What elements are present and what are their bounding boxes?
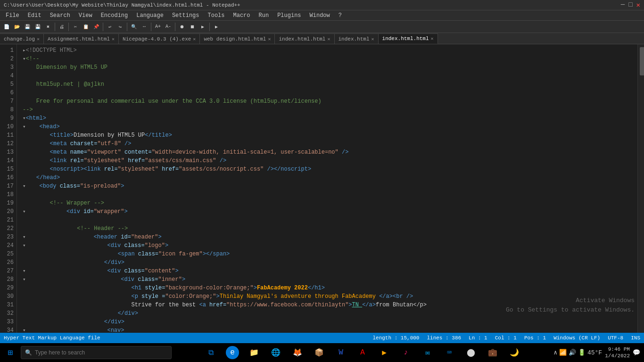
- tab-changelog[interactable]: change.log ✕: [0, 33, 44, 44]
- taskbar-app9[interactable]: ♪: [396, 343, 416, 362]
- menu-settings[interactable]: Settings: [168, 11, 203, 20]
- toolbar-save[interactable]: 💾: [23, 22, 32, 32]
- taskbar-word[interactable]: W: [330, 343, 351, 362]
- toolbar-redo[interactable]: ↪: [116, 22, 125, 32]
- toolbar-copy[interactable]: 📋: [81, 22, 91, 32]
- fold-28[interactable]: ▾: [23, 275, 26, 284]
- menu-language[interactable]: Language: [132, 11, 167, 20]
- system-clock[interactable]: 9:46 PM 1/4/2022: [605, 346, 630, 359]
- taskbar-search[interactable]: 🔍: [21, 346, 172, 359]
- tab-changelog-close[interactable]: ✕: [37, 36, 40, 42]
- status-left: Hyper Text Markup Language file: [4, 335, 100, 341]
- tab-changelog-label: change.log: [4, 36, 35, 42]
- toolbar-print[interactable]: 🖨: [57, 22, 66, 32]
- code-line-1: ▸<!DOCTYPE HTML>: [21, 46, 637, 55]
- toolbar-search[interactable]: 🔍: [129, 22, 139, 32]
- toolbar-replace[interactable]: ↔: [140, 22, 149, 32]
- menu-edit[interactable]: Edit: [24, 11, 45, 20]
- menu-tools[interactable]: Tools: [204, 11, 228, 20]
- battery-icon[interactable]: 🔋: [578, 349, 586, 356]
- status-filetype: Hyper Text Markup Language file: [4, 335, 100, 341]
- fold-24[interactable]: ▾: [23, 241, 26, 250]
- tab-index2[interactable]: index.html.html ✕: [379, 33, 438, 44]
- temperature-icon: 45°F: [587, 349, 602, 356]
- code-area[interactable]: ▸<!DOCTYPE HTML> ▾<!-- Dimension by HTML…: [17, 44, 637, 333]
- taskbar-vlc[interactable]: ▶: [374, 343, 395, 362]
- taskbar-app11[interactable]: 💼: [482, 343, 503, 362]
- maximize-button[interactable]: □: [628, 1, 632, 9]
- tab-webdesign-close[interactable]: ✕: [268, 36, 271, 42]
- toolbar: 📄 📂 💾 💾 ✖ 🖨 ✂ 📋 📌 ↩ ↪ 🔍 ↔ A+ A- ⏺ ⏹ ▶ ▶: [0, 21, 644, 33]
- taskbar-mail[interactable]: ✉: [417, 343, 438, 362]
- volume-icon[interactable]: 🔊: [569, 349, 576, 356]
- toolbar-saveall[interactable]: 💾: [33, 22, 42, 32]
- taskbar-chrome2[interactable]: ⬤: [461, 343, 481, 362]
- taskbar-vscode[interactable]: ⌨: [439, 343, 460, 362]
- menu-encoding[interactable]: Encoding: [97, 11, 132, 20]
- toolbar-open[interactable]: 📂: [12, 22, 22, 32]
- menu-file[interactable]: File: [2, 11, 23, 20]
- menu-window[interactable]: Window: [306, 11, 334, 20]
- fold-1[interactable]: ▸: [23, 46, 26, 55]
- fold-2[interactable]: ▾: [23, 55, 26, 63]
- code-line-6: [21, 89, 637, 97]
- tab-indexhtml-close[interactable]: ✕: [372, 36, 374, 42]
- toolbar-zoomout[interactable]: A-: [164, 22, 173, 32]
- tab-index2-label: index.html.html: [382, 36, 429, 41]
- tab-nicepage-close[interactable]: ✕: [193, 36, 196, 42]
- scroll-thumb[interactable]: [640, 47, 644, 75]
- fold-10[interactable]: ▾: [23, 123, 26, 131]
- toolbar-macro[interactable]: ⏺: [177, 22, 187, 32]
- status-eol: Windows (CR LF): [553, 335, 600, 341]
- notification-icon[interactable]: 💬: [633, 349, 640, 356]
- menu-run[interactable]: Run: [255, 11, 273, 20]
- minimize-button[interactable]: ─: [621, 1, 625, 9]
- menu-macro[interactable]: Macro: [230, 11, 254, 20]
- fold-34[interactable]: ▾: [23, 326, 26, 333]
- tab-index2-close[interactable]: ✕: [431, 36, 434, 41]
- toolbar-cut[interactable]: ✂: [71, 22, 80, 32]
- start-button[interactable]: ⊞: [2, 344, 19, 361]
- toolbar-run[interactable]: ▶: [212, 22, 221, 32]
- tab-webdesign[interactable]: web design.html.html ✕: [200, 33, 275, 44]
- code-line-7: Free for personal and commercial use und…: [21, 97, 637, 106]
- toolbar-zoomin[interactable]: A+: [153, 22, 163, 32]
- taskbar-taskview[interactable]: ⧉: [200, 343, 221, 362]
- close-button[interactable]: ✕: [636, 1, 640, 9]
- taskbar-app6[interactable]: 📦: [309, 343, 330, 362]
- toolbar-new[interactable]: 📄: [2, 22, 11, 32]
- taskbar-moon[interactable]: 🌙: [504, 343, 525, 362]
- toolbar-undo[interactable]: ↩: [105, 22, 115, 32]
- toolbar-macrostop[interactable]: ⏹: [188, 22, 197, 32]
- taskbar-acrobat[interactable]: A: [352, 343, 373, 362]
- fold-17[interactable]: ▾: [23, 182, 26, 190]
- taskbar-chrome[interactable]: 🌐: [265, 343, 286, 362]
- fold-27[interactable]: ▾: [23, 267, 26, 275]
- tab-assignment[interactable]: Assignment.html.html ✕: [44, 33, 119, 44]
- status-lines: lines : 386: [427, 335, 461, 341]
- toolbar-macroplay[interactable]: ▶: [198, 22, 207, 32]
- title-controls: ─ □ ✕: [621, 1, 640, 9]
- taskbar-explorer[interactable]: 📁: [244, 343, 264, 362]
- fold-20[interactable]: ▾: [23, 207, 26, 216]
- menu-view[interactable]: View: [75, 11, 96, 20]
- menu-plugins[interactable]: Plugins: [273, 11, 305, 20]
- menu-help[interactable]: ?: [335, 11, 346, 20]
- tab-index1-close[interactable]: ✕: [327, 36, 330, 42]
- tab-assignment-close[interactable]: ✕: [112, 36, 115, 42]
- taskbar-edge[interactable]: e: [222, 343, 243, 362]
- taskbar-search-input[interactable]: [35, 349, 157, 356]
- chevron-up-icon[interactable]: ∧: [553, 349, 557, 356]
- toolbar-paste[interactable]: 📌: [91, 22, 101, 32]
- editor-scrollbar[interactable]: [637, 44, 644, 333]
- fold-9[interactable]: ▾: [23, 114, 26, 123]
- network-icon[interactable]: 📶: [559, 349, 567, 356]
- fold-23[interactable]: ▾: [23, 233, 26, 241]
- menu-search[interactable]: Search: [46, 11, 74, 20]
- clock-date: 1/4/2022: [605, 353, 630, 359]
- tab-nicepage[interactable]: Nicepage-4.0.3 (4).exe ✕: [119, 33, 200, 44]
- toolbar-close[interactable]: ✖: [43, 22, 53, 32]
- taskbar-firefox[interactable]: 🦊: [287, 343, 308, 362]
- tab-index1[interactable]: index.html.html ✕: [275, 33, 334, 44]
- tab-indexhtml[interactable]: index.html ✕: [335, 33, 379, 44]
